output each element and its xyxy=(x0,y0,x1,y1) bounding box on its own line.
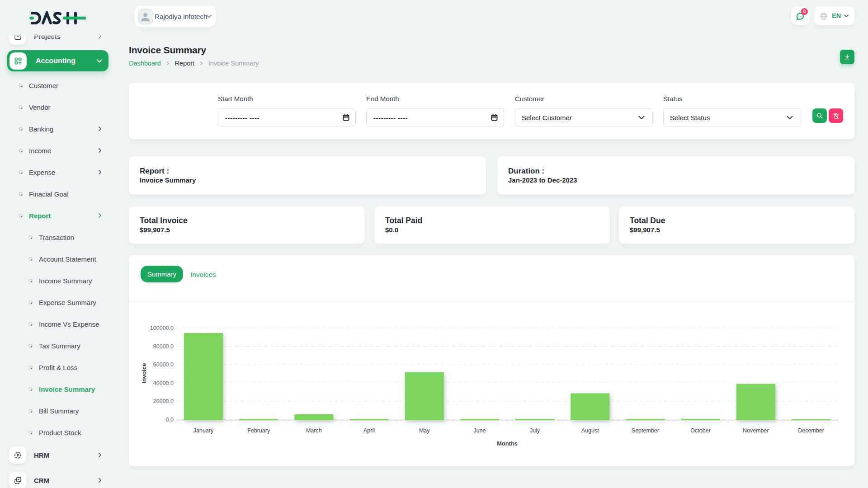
svg-text:20000.0: 20000.0 xyxy=(153,398,174,404)
svg-text:April: April xyxy=(363,427,375,434)
svg-text:May: May xyxy=(419,427,430,434)
svg-text:June: June xyxy=(473,427,486,434)
svg-text:March: March xyxy=(306,427,322,434)
svg-text:100000.0: 100000.0 xyxy=(150,325,174,331)
svg-text:December: December xyxy=(798,427,824,434)
svg-text:February: February xyxy=(247,427,270,434)
svg-text:80000.0: 80000.0 xyxy=(153,343,174,350)
svg-text:Invoice: Invoice xyxy=(141,363,147,384)
svg-text:60000.0: 60000.0 xyxy=(153,361,174,368)
svg-text:August: August xyxy=(581,427,599,434)
svg-text:0.0: 0.0 xyxy=(166,417,174,423)
svg-text:40000.0: 40000.0 xyxy=(153,380,174,386)
svg-text:July: July xyxy=(530,427,540,434)
svg-text:October: October xyxy=(690,427,710,434)
svg-text:November: November xyxy=(743,427,769,434)
svg-text:September: September xyxy=(632,427,659,434)
svg-text:January: January xyxy=(193,427,214,434)
svg-text:Months: Months xyxy=(497,440,518,447)
